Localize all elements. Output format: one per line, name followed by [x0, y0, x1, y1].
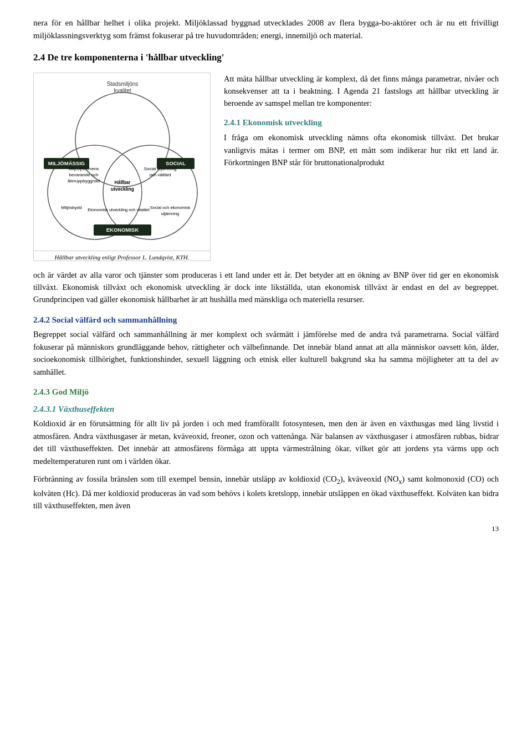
section-2-4-3-para2: Förbränning av fossila bränslen som till…	[33, 473, 499, 512]
section-2-4-2-heading: 2.4.2 Social välfärd och sammanhållning	[33, 314, 499, 326]
venn-top-label: Stadsmiljöns	[107, 81, 139, 87]
page-content: nera för en hållbar helhet i olika proje…	[33, 17, 499, 534]
page-number: 13	[33, 523, 499, 534]
section-2-4-2-para: Begreppet social välfärd och sammanhålln…	[33, 328, 499, 378]
svg-text:bevarande och: bevarande och	[69, 172, 99, 177]
venn-left-intersect: Miljösystemens	[69, 166, 99, 171]
section-2-4-bottom: och är värdet av alla varor och tjänster…	[33, 269, 499, 306]
section-2-4-2: 2.4.2 Social välfärd och sammanhållning …	[33, 314, 499, 378]
venn-center-label: Hållbar	[115, 180, 131, 185]
section-2-4-3: 2.4.3 God Miljö 2.4.3.1 Växthuseffekten …	[33, 386, 499, 512]
section-2-4: 2.4 De tre komponenterna i 'hållbar utve…	[33, 50, 499, 306]
section-2-4-3-1-heading: 2.4.3.1 Växthuseffekten	[33, 403, 499, 416]
svg-text:utjämning: utjämning	[161, 211, 180, 216]
svg-text:och välfärd: och välfärd	[149, 172, 171, 177]
venn-miljomassig-label: MILJÖMÄSSIG	[48, 160, 85, 166]
diagram-column: Stadsmiljöns kvalitet MILJÖMÄSSIG	[33, 73, 211, 261]
intro-paragraph: nera för en hållbar helhet i olika proje…	[33, 17, 499, 42]
venn-diagram-container: Stadsmiljöns kvalitet MILJÖMÄSSIG	[33, 73, 211, 261]
venn-ekon-utveck: Ekonomisk utveckling och vitalitet	[88, 207, 150, 212]
svg-text:utveckling: utveckling	[111, 186, 134, 192]
venn-ekonomisk-label: EKONOMISK	[106, 227, 139, 233]
svg-text:återuppbyggnad: återuppbyggnad	[68, 178, 100, 183]
section-2-4-heading: 2.4 De tre komponenterna i 'hållbar utve…	[33, 50, 499, 65]
right-text-intro: Att mäta hållbar utveckling är komplext,…	[224, 73, 499, 110]
venn-social-label: SOCIAL	[166, 160, 186, 166]
section-2-4-3-heading: 2.4.3 God Miljö	[33, 386, 499, 399]
venn-caption: Hållbar utveckling enligt Professor L. L…	[34, 251, 210, 264]
section-2-4-3-para1: Koldioxid är en förutsättning för allt l…	[33, 417, 499, 467]
venn-miljoskydd: Miljöskydd	[61, 205, 81, 210]
sub1-text: I fråga om ekonomisk utveckling nämns of…	[224, 131, 499, 168]
venn-right-intersect: Social utjämning	[144, 166, 177, 171]
venn-diagram-svg: Stadsmiljöns kvalitet MILJÖMÄSSIG	[34, 73, 211, 251]
venn-social-ekon: Social och ekonomisk	[150, 205, 191, 210]
sub-heading-2-4-1: 2.4.1 Ekonomisk utveckling	[224, 116, 499, 129]
right-text-column: Att mäta hållbar utveckling är komplext,…	[224, 73, 499, 261]
two-column-layout: Stadsmiljöns kvalitet MILJÖMÄSSIG	[33, 73, 499, 261]
